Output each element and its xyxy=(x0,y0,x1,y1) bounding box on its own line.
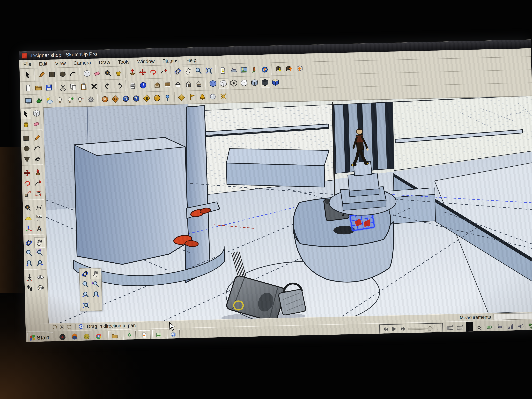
match-photo-button[interactable] xyxy=(249,64,260,75)
zoom-previous-button[interactable] xyxy=(24,258,35,269)
hidden-line-button[interactable] xyxy=(239,78,249,88)
open-button[interactable] xyxy=(33,82,44,93)
pan-button[interactable] xyxy=(90,268,101,279)
keyboard-layout-1-tray-button[interactable] xyxy=(445,323,454,333)
share-component-button[interactable] xyxy=(294,63,305,74)
toggle-terrain-button[interactable] xyxy=(228,65,239,76)
zoom-next-button[interactable] xyxy=(35,258,45,269)
shadows-button[interactable] xyxy=(44,95,54,106)
wireframe-button[interactable] xyxy=(228,78,239,89)
render-plugin-button[interactable] xyxy=(33,95,44,106)
scale-button[interactable] xyxy=(22,189,33,199)
walk-button[interactable] xyxy=(25,283,35,293)
offset-button[interactable] xyxy=(33,188,44,199)
media-player-shortcut[interactable] xyxy=(58,333,67,342)
back-edges-button[interactable] xyxy=(218,78,228,89)
menu-plugins[interactable]: Plugins xyxy=(158,58,182,64)
start-button[interactable]: Start xyxy=(27,332,53,342)
dimension-button[interactable] xyxy=(33,202,44,213)
cut-button[interactable] xyxy=(57,82,68,92)
shop-3d-model[interactable] xyxy=(44,96,532,323)
power-plug-tray-button[interactable] xyxy=(495,322,505,331)
orbit-button[interactable] xyxy=(172,66,183,77)
styles-preview-button[interactable] xyxy=(23,96,34,106)
shaded-button[interactable] xyxy=(249,77,260,88)
plugin-x-button[interactable] xyxy=(218,91,228,102)
polygon-button[interactable] xyxy=(21,154,32,164)
media-options-dropdown[interactable] xyxy=(435,325,440,332)
move-button[interactable] xyxy=(137,67,148,78)
freehand-button[interactable] xyxy=(32,153,43,164)
photo-textures-button[interactable] xyxy=(238,64,249,75)
monochrome-button[interactable] xyxy=(270,77,281,87)
protractor-button[interactable] xyxy=(23,213,33,223)
slider-knob[interactable] xyxy=(428,326,432,331)
sphere-app-shortcut[interactable] xyxy=(82,332,91,341)
light-button[interactable] xyxy=(54,95,65,106)
plugin-bell-button[interactable] xyxy=(197,92,208,102)
rewind-button[interactable] xyxy=(382,326,389,333)
new-button[interactable] xyxy=(23,83,33,93)
plugin-sphere-button[interactable] xyxy=(208,91,218,102)
zoom-extents-button[interactable] xyxy=(81,300,91,310)
rectangle-button[interactable] xyxy=(47,69,57,80)
look-around-button[interactable] xyxy=(35,272,46,283)
plugin-help-button[interactable]: ? xyxy=(131,93,141,104)
play-button[interactable] xyxy=(391,326,398,332)
taskbar-media-controls[interactable] xyxy=(379,323,443,335)
claim-credit-button[interactable] xyxy=(66,324,72,330)
model-info-button[interactable]: i xyxy=(138,80,148,91)
network-tray-button[interactable] xyxy=(527,321,532,331)
back-view-button[interactable] xyxy=(193,79,204,89)
pan-button[interactable] xyxy=(34,237,45,248)
window-folder-taskbar-button[interactable] xyxy=(108,331,121,341)
push-pull-button[interactable] xyxy=(127,67,138,78)
add-location-button[interactable] xyxy=(218,65,228,76)
paint-bucket-button[interactable] xyxy=(113,68,124,78)
right-view-button[interactable] xyxy=(183,79,194,89)
window-document-taskbar-button[interactable] xyxy=(138,330,151,340)
rotate-button[interactable] xyxy=(148,67,158,77)
section-plane-button[interactable]: CA-5 xyxy=(35,282,46,293)
front-view-button[interactable] xyxy=(173,79,183,90)
add-light-button[interactable] xyxy=(65,95,75,105)
rectangle-button[interactable] xyxy=(21,133,32,143)
erase-button[interactable] xyxy=(89,81,99,92)
top-view-button[interactable] xyxy=(162,79,173,90)
plugin-camera-button[interactable]: O xyxy=(110,94,120,104)
axes-button[interactable] xyxy=(23,223,34,234)
share-model-button[interactable] xyxy=(284,63,294,74)
zoom-button[interactable] xyxy=(80,279,91,290)
tape-measure-button[interactable] xyxy=(103,68,113,78)
push-pull-button[interactable] xyxy=(33,167,43,178)
3d-text-button[interactable]: A xyxy=(34,223,44,234)
firefox-shortcut[interactable] xyxy=(70,332,79,341)
plugin-gem-button[interactable] xyxy=(176,92,187,103)
undo-button[interactable] xyxy=(103,81,114,91)
follow-me-button[interactable] xyxy=(33,178,43,188)
make-component-button[interactable] xyxy=(82,68,92,79)
keyboard-layout-2-tray-button[interactable] xyxy=(456,323,465,332)
arc-button[interactable] xyxy=(68,69,78,79)
redo-button[interactable] xyxy=(113,81,124,91)
menu-edit[interactable]: Edit xyxy=(35,61,51,67)
zoom-previous-button[interactable] xyxy=(80,290,91,300)
fast-forward-button[interactable] xyxy=(399,326,407,332)
rotate-button[interactable] xyxy=(22,178,33,189)
x-ray-button[interactable] xyxy=(208,78,218,89)
zoom-window-button[interactable] xyxy=(34,247,45,258)
text-button[interactable]: ABC xyxy=(34,213,44,223)
menu-window[interactable]: Window xyxy=(133,58,158,64)
print-button[interactable] xyxy=(127,80,138,91)
iso-view-button[interactable] xyxy=(152,80,162,90)
select-button[interactable] xyxy=(23,70,33,80)
menu-camera[interactable]: Camera xyxy=(70,60,95,66)
minimized-dark-window[interactable] xyxy=(466,322,474,333)
zoom-window-button[interactable] xyxy=(90,279,101,290)
circle-button[interactable] xyxy=(21,143,32,154)
paste-button[interactable] xyxy=(78,81,89,92)
volume-tray-button[interactable] xyxy=(516,322,526,331)
model-viewport[interactable] xyxy=(44,96,532,323)
plugin-flag-button[interactable] xyxy=(187,92,197,102)
eraser-button[interactable] xyxy=(32,119,42,129)
